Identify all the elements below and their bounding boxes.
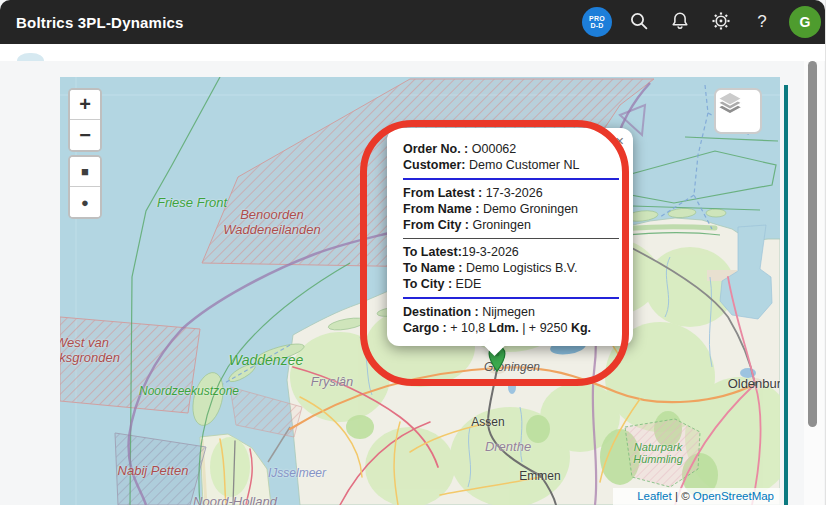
app-window: Boltrics 3PL-Dynamics PRO D-D ? G [0, 0, 826, 505]
customer-row: Customer: Demo Customer NL [403, 157, 619, 173]
bell-icon [669, 10, 691, 35]
destination-row: Destination : Nijmegen [403, 304, 619, 320]
screenshot-stage: Boltrics 3PL-Dynamics PRO D-D ? G [0, 0, 832, 505]
app-header: Boltrics 3PL-Dynamics PRO D-D ? G [0, 0, 825, 44]
order-number-row: Order No. : O00062 [403, 141, 619, 157]
zoom-control: + − [68, 88, 102, 152]
leaflet-link[interactable]: Leaflet [637, 490, 672, 502]
header-actions: PRO D-D ? G [582, 0, 821, 44]
from-city-row: From City : Groningen [403, 217, 619, 233]
page-header-strip [0, 44, 825, 61]
draw-marker-button[interactable]: ● [70, 187, 100, 217]
map-attribution: Leaflet | © OpenStreetMap [613, 488, 780, 505]
search-button[interactable] [625, 8, 653, 36]
from-latest-row: From Latest : 17-3-2026 [403, 185, 619, 201]
gear-icon [710, 10, 732, 35]
scrollbar-track[interactable] [804, 61, 824, 505]
draw-control: ■ ● [68, 155, 102, 219]
zoom-out-button[interactable]: − [70, 120, 100, 150]
help-button[interactable]: ? [748, 8, 776, 36]
openstreetmap-link[interactable]: OpenStreetMap [693, 490, 774, 502]
divider-blue-2 [403, 297, 619, 299]
environment-badge[interactable]: PRO D-D [582, 7, 612, 37]
cargo-row: Cargo : + 10,8 Ldm. | + 9250 Kg. [403, 320, 619, 336]
draw-rectangle-button[interactable]: ■ [70, 157, 100, 187]
app-title: Boltrics 3PL-Dynamics [0, 14, 184, 31]
user-avatar[interactable]: G [789, 6, 821, 38]
to-latest-row: To Latest:19-3-2026 [403, 244, 619, 260]
settings-button[interactable] [707, 8, 735, 36]
search-icon [628, 10, 650, 35]
to-city-row: To City : EDE [403, 276, 619, 292]
divider-blue-1 [403, 178, 619, 180]
zoom-in-button[interactable]: + [70, 90, 100, 120]
decor-arc [17, 53, 44, 61]
notifications-button[interactable] [666, 8, 694, 36]
divider-dark [403, 238, 619, 239]
popup-close-button[interactable]: × [615, 133, 624, 148]
scrollbar-thumb[interactable] [808, 61, 817, 427]
help-icon: ? [757, 12, 766, 32]
inner-scrollbar[interactable] [784, 85, 788, 505]
ukraine-flag-icon [619, 492, 633, 501]
from-name-row: From Name : Demo Groningen [403, 201, 619, 217]
to-name-row: To Name : Demo Logistics B.V. [403, 260, 619, 276]
attribution-separator: | © [675, 490, 690, 502]
layers-control[interactable] [714, 88, 762, 134]
order-popup: × Order No. : O00062 Customer: Demo Cust… [387, 128, 633, 346]
